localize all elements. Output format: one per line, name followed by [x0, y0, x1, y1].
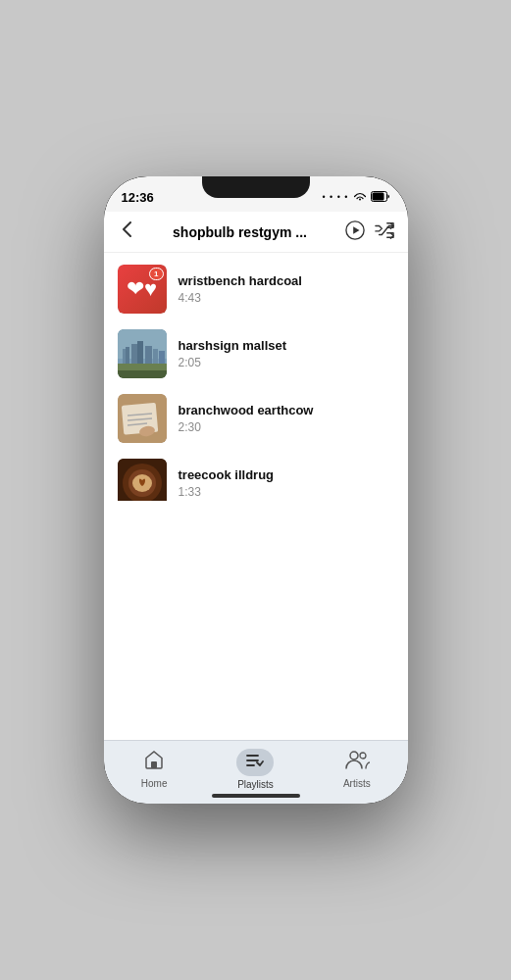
back-button[interactable] [118, 220, 135, 244]
battery-icon [371, 188, 390, 206]
song-thumbnail [118, 329, 167, 378]
svg-rect-10 [145, 346, 152, 364]
svg-rect-14 [118, 370, 167, 378]
svg-rect-12 [159, 351, 165, 364]
song-title: treecook illdrug [179, 467, 394, 482]
home-indicator [212, 794, 300, 798]
svg-marker-3 [353, 226, 359, 233]
tab-playlists[interactable]: Playlists [205, 749, 306, 790]
song-item[interactable]: ♥ 1 wristbench hardcoal 4:43 [104, 257, 408, 321]
song-info: wristbench hardcoal 4:43 [179, 273, 394, 305]
home-icon [143, 749, 165, 775]
song-duration: 2:30 [179, 420, 394, 434]
header-actions [345, 220, 394, 244]
song-item[interactable]: harshsign mallset 2:05 [104, 321, 408, 386]
artists-icon [344, 749, 370, 775]
wifi-icon [353, 188, 367, 206]
song-info: harshsign mallset 2:05 [179, 338, 394, 369]
svg-rect-9 [137, 341, 143, 364]
song-item[interactable]: treecook illdrug 1:33 [104, 451, 408, 501]
header-title: shopbulb restgym ... [141, 224, 339, 240]
tab-home-label: Home [141, 778, 168, 789]
svg-point-29 [350, 752, 358, 760]
play-button[interactable] [345, 220, 365, 244]
song-duration: 4:43 [179, 291, 394, 305]
svg-point-30 [360, 753, 366, 759]
notification-badge: 1 [149, 268, 163, 280]
svg-rect-11 [153, 349, 158, 364]
tab-artists[interactable]: Artists [306, 749, 407, 790]
svg-rect-25 [151, 761, 157, 768]
tab-playlists-label: Playlists [237, 779, 274, 790]
song-info: treecook illdrug 1:33 [179, 467, 394, 499]
header: shopbulb restgym ... [104, 212, 408, 253]
song-info: branchwood earthcow 2:30 [179, 403, 394, 434]
song-thumbnail: ♥ 1 [118, 265, 167, 314]
song-item[interactable]: branchwood earthcow 2:30 [104, 386, 408, 451]
tab-artists-label: Artists [343, 778, 371, 789]
playlists-icon [246, 753, 264, 772]
svg-rect-7 [126, 347, 129, 364]
song-thumbnail [118, 394, 167, 443]
svg-rect-1 [372, 193, 383, 201]
song-duration: 2:05 [179, 356, 394, 369]
song-title: branchwood earthcow [179, 403, 394, 417]
status-icons: • • • • [322, 188, 389, 206]
song-title: wristbench hardcoal [179, 273, 394, 288]
status-time: 12:36 [122, 190, 154, 205]
tab-playlists-pill [236, 749, 274, 776]
content-spacer [104, 501, 408, 741]
song-list: ♥ 1 wristbench hardcoal 4:43 [104, 253, 408, 501]
song-title: harshsign mallset [179, 338, 394, 353]
tab-home[interactable]: Home [104, 749, 205, 790]
signal-icon: • • • • [322, 192, 348, 202]
song-thumbnail [118, 459, 167, 501]
song-duration: 1:33 [179, 485, 394, 499]
shuffle-button[interactable] [375, 220, 394, 244]
